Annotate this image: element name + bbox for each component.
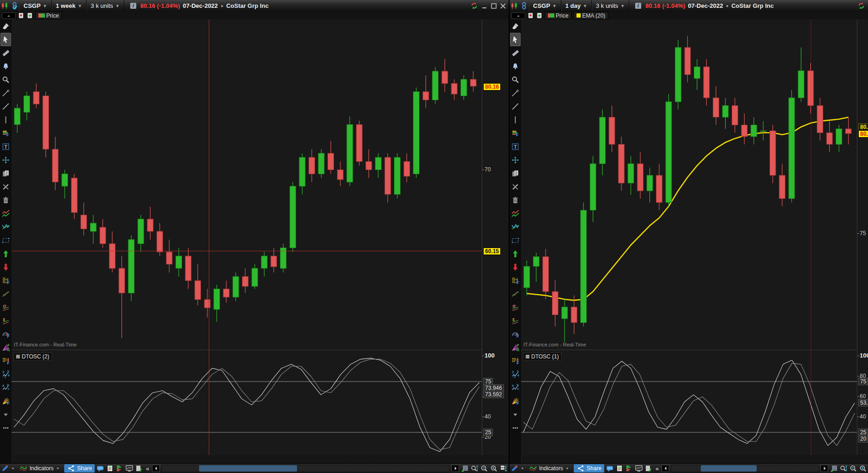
buy-arrow-icon[interactable] [510,247,521,261]
eraser-icon[interactable] [0,19,11,33]
duplicate-icon[interactable] [510,167,521,180]
indicator-pane[interactable]: DTOSC (2) [12,350,482,455]
more-icon[interactable] [0,421,11,435]
buy-order-icon[interactable] [26,12,33,19]
gauge-icon[interactable]: F [0,327,11,341]
tools-icon[interactable] [510,180,521,194]
indicators-button[interactable]: Indicators [526,464,572,473]
buy-arrow-icon[interactable] [0,247,11,261]
share-button[interactable]: Share [574,464,604,473]
magnifier-icon[interactable] [0,73,11,86]
chat-icon[interactable] [606,465,614,473]
price-axis[interactable]: 7080.1660.151006040207573.94673.59225 [482,19,509,455]
collapse-panel-button[interactable] [511,12,525,19]
scrollbar-thumb[interactable] [701,465,757,472]
horizontal-scrollbar[interactable] [161,465,450,472]
go-to-date-icon[interactable] [830,465,838,473]
minimize-button[interactable] [481,2,488,10]
strategy-tools-icon[interactable] [644,465,653,473]
zone-icon[interactable] [510,234,521,247]
draw-tool-dropdown-icon[interactable] [11,465,15,473]
scroll-left-button[interactable] [662,465,669,472]
refresh-icon[interactable] [857,2,865,10]
sell-arrow-icon[interactable] [510,261,521,274]
bars-f-icon[interactable]: F [0,274,11,287]
draw-tool-dropdown-icon[interactable] [520,465,525,473]
cursor-icon[interactable] [510,33,521,46]
channel-icon[interactable] [0,207,11,220]
vertical-zoom-icon[interactable] [839,465,848,473]
indicators-button[interactable]: Indicators [17,464,63,473]
zoom-out-icon[interactable] [480,465,488,473]
values-icon[interactable]: 3524 [0,368,11,381]
units-select[interactable]: 3 k units▼ [86,0,124,12]
draw-tool-icon[interactable] [1,465,9,473]
market-depth-icon[interactable] [625,465,633,473]
units-select[interactable]: 3 k units▼ [592,0,629,12]
regression-icon[interactable] [510,287,521,301]
info-icon[interactable]: i [130,2,137,9]
vertical-zoom-icon[interactable] [470,465,479,473]
trash-icon[interactable] [510,194,521,207]
segment-icon[interactable] [510,86,521,100]
alarm-icon[interactable] [0,60,11,73]
sigma-icon[interactable]: σ [510,301,521,314]
collapse-toolbar-icon[interactable]: « [654,465,660,472]
fan-g-icon[interactable]: G+ [0,341,11,354]
price-and-indicator-plot[interactable]: DTOSC (2) IT-Finance.com - Real-Time [12,19,482,455]
fan-f-icon[interactable]: F [0,394,11,408]
dtosc-chart[interactable] [521,350,857,455]
news-icon[interactable] [106,465,114,473]
cursor-icon[interactable] [0,33,11,46]
trash-icon[interactable] [0,194,11,207]
ticker-select[interactable]: CSGP▼ [529,0,561,12]
epsilon-icon[interactable]: ε [510,314,521,327]
chat-icon[interactable] [96,465,104,473]
trend-line-icon[interactable] [510,100,521,113]
sigma-icon[interactable]: σ [0,301,11,314]
scroll-left-button[interactable] [152,465,160,472]
scroll-right-button[interactable] [820,465,828,472]
duplicate-icon[interactable] [0,167,11,180]
sell-order-icon[interactable] [527,12,534,19]
labels-icon[interactable]: abc [510,381,521,394]
price-and-indicator-plot[interactable]: DTOSC (1) IT-Finance.com - Real-Time [521,19,857,455]
move-icon[interactable] [0,153,11,167]
pattern-icon[interactable] [0,220,11,234]
zoom-in-icon[interactable] [490,465,498,473]
epsilon-icon[interactable]: ε [0,314,11,327]
text-tool-icon[interactable]: T [510,140,521,153]
info-icon[interactable]: i [635,2,642,9]
share-button[interactable]: Share [64,464,95,473]
collapse-toolbar-icon[interactable]: « [145,465,151,472]
horizontal-scrollbar[interactable] [671,465,819,472]
bars-f2-icon[interactable]: F [510,354,521,368]
bars-f-icon[interactable]: F [510,274,521,287]
scroll-right-button[interactable] [451,465,459,472]
screen-share-icon[interactable] [125,465,134,473]
fan-f-icon[interactable]: F [510,394,521,408]
sell-arrow-icon[interactable] [0,261,11,274]
text-tool-icon[interactable]: T [0,140,11,153]
dtosc-chart[interactable] [12,350,482,455]
tools-icon[interactable] [0,180,11,194]
bars-f2-icon[interactable]: F [0,354,11,368]
draw-tool-icon[interactable] [510,465,519,473]
maximize-button[interactable] [490,2,498,10]
ticker-select[interactable]: CSGP▼ [19,0,52,12]
refresh-icon[interactable] [470,2,478,10]
strategy-tools-icon[interactable] [135,465,143,473]
trend-line-icon[interactable] [0,100,11,113]
ruler-icon[interactable] [0,46,11,60]
screen-share-icon[interactable] [635,465,643,473]
buy-order-icon[interactable] [536,12,543,19]
collapse-icon[interactable] [510,408,521,421]
candlestick-chart[interactable] [12,19,482,350]
link-charts-icon[interactable] [11,2,18,10]
vertical-line-icon[interactable] [0,113,11,127]
move-icon[interactable] [510,153,521,167]
regression-icon[interactable] [0,287,11,301]
collapse-icon[interactable] [0,408,11,421]
vertical-line-icon[interactable] [510,113,521,127]
go-to-date-icon[interactable] [461,465,469,473]
